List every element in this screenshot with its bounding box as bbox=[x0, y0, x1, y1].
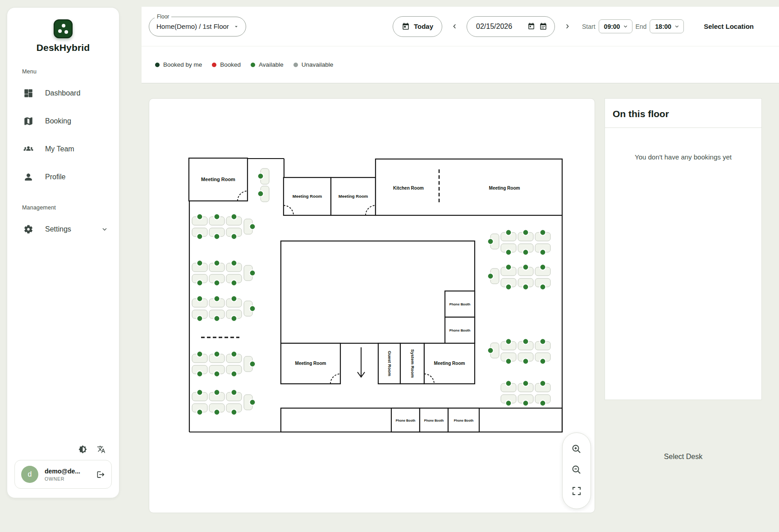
sidebar-item-dashboard[interactable]: Dashboard bbox=[7, 79, 119, 107]
zoom-out-button[interactable] bbox=[570, 464, 583, 477]
desk-availability-dot[interactable] bbox=[214, 371, 220, 377]
desk-availability-dot[interactable] bbox=[197, 234, 203, 240]
desk-availability-dot[interactable] bbox=[231, 390, 237, 396]
desk-availability-dot[interactable] bbox=[488, 239, 494, 245]
desk-availability-dot[interactable] bbox=[540, 284, 546, 290]
desk-availability-dot[interactable] bbox=[197, 214, 203, 220]
desk-availability-dot[interactable] bbox=[250, 306, 256, 312]
sidebar-item-label: Settings bbox=[45, 225, 71, 233]
language-icon[interactable] bbox=[97, 445, 105, 454]
desk-availability-dot[interactable] bbox=[231, 214, 237, 220]
desk-availability-dot[interactable] bbox=[214, 409, 220, 415]
date-input[interactable]: 02/15/2026 bbox=[467, 16, 555, 37]
desk-availability-dot[interactable] bbox=[540, 339, 546, 345]
desk-availability-dot[interactable] bbox=[506, 400, 512, 406]
floor-select[interactable]: Floor Home(Demo) / 1st Floor bbox=[149, 17, 246, 36]
room-label: Phone Booth bbox=[449, 302, 471, 306]
dark-mode-icon[interactable] bbox=[78, 445, 87, 454]
desk-availability-dot[interactable] bbox=[540, 264, 546, 270]
zoom-in-button[interactable] bbox=[570, 443, 583, 456]
desk-availability-dot[interactable] bbox=[523, 284, 529, 290]
start-time-select[interactable]: 09:00 bbox=[599, 19, 633, 33]
desk-availability-dot[interactable] bbox=[523, 250, 529, 255]
desk-availability-dot[interactable] bbox=[523, 400, 529, 406]
desk-availability-dot[interactable] bbox=[197, 390, 203, 396]
desk-availability-dot[interactable] bbox=[540, 230, 546, 236]
desk-availability-dot[interactable] bbox=[231, 234, 237, 240]
end-time-select[interactable]: 18:00 bbox=[650, 19, 684, 33]
desk-availability-dot[interactable] bbox=[540, 381, 546, 386]
desk-availability-dot[interactable] bbox=[197, 296, 203, 302]
user-card[interactable]: d demo@de... OWNER bbox=[14, 460, 112, 489]
desk-availability-dot[interactable] bbox=[523, 339, 529, 345]
desk-availability-dot[interactable] bbox=[231, 316, 237, 322]
desk-availability-dot[interactable] bbox=[506, 230, 512, 236]
next-day-button[interactable] bbox=[559, 19, 575, 34]
desk-availability-dot[interactable] bbox=[250, 400, 256, 405]
desk-availability-dot[interactable] bbox=[214, 296, 220, 302]
desk-availability-dot[interactable] bbox=[197, 371, 203, 377]
desk-availability-dot[interactable] bbox=[214, 316, 220, 322]
desk-availability-dot[interactable] bbox=[540, 359, 546, 364]
desk-availability-dot[interactable] bbox=[214, 280, 220, 286]
desk-availability-dot[interactable] bbox=[214, 351, 220, 357]
management-section-label: Management bbox=[22, 205, 119, 211]
desk-availability-dot[interactable] bbox=[488, 348, 494, 354]
available-dot bbox=[251, 63, 255, 67]
desk-availability-dot[interactable] bbox=[250, 224, 256, 230]
desk-availability-dot[interactable] bbox=[231, 351, 237, 357]
desk-availability-dot[interactable] bbox=[214, 260, 220, 266]
calendar-month-icon[interactable] bbox=[539, 23, 547, 31]
sidebar-item-profile[interactable]: Profile bbox=[7, 163, 119, 191]
user-email: demo@de... bbox=[45, 468, 80, 475]
desk-availability-dot[interactable] bbox=[197, 260, 203, 266]
previous-day-button[interactable] bbox=[447, 19, 462, 34]
desk-availability-dot[interactable] bbox=[488, 273, 494, 279]
floorplan-canvas[interactable]: Meeting RoomMeeting RoomMeeting RoomPhon… bbox=[149, 98, 595, 513]
select-location-button[interactable]: Select Location bbox=[704, 23, 754, 30]
sidebar-item-booking[interactable]: Booking bbox=[7, 107, 119, 135]
fullscreen-icon bbox=[571, 486, 582, 496]
fullscreen-button[interactable] bbox=[570, 485, 583, 499]
desk-availability-dot[interactable] bbox=[523, 359, 529, 364]
desk-availability-dot[interactable] bbox=[540, 250, 546, 255]
room-label: Meeting Room bbox=[489, 186, 520, 191]
desk-availability-dot[interactable] bbox=[250, 361, 256, 367]
desk-availability-dot[interactable] bbox=[506, 284, 512, 290]
today-button[interactable]: Today bbox=[393, 16, 442, 37]
desk-availability-dot[interactable] bbox=[523, 264, 529, 270]
desk-availability-dot[interactable] bbox=[231, 409, 237, 415]
desk-availability-dot[interactable] bbox=[540, 400, 546, 406]
desk-availability-dot[interactable] bbox=[250, 270, 256, 276]
desk-availability-dot[interactable] bbox=[197, 316, 203, 322]
zoom-in-icon bbox=[571, 444, 582, 455]
desk-availability-dot[interactable] bbox=[258, 173, 264, 179]
desk-availability-dot[interactable] bbox=[231, 280, 237, 286]
user-role-badge: OWNER bbox=[45, 476, 80, 482]
desk-availability-dot[interactable] bbox=[214, 390, 220, 396]
desk-availability-dot[interactable] bbox=[506, 250, 512, 255]
sidebar-item-my-team[interactable]: My Team bbox=[7, 135, 119, 163]
desk-availability-dot[interactable] bbox=[258, 191, 264, 197]
room-label: System Room bbox=[410, 349, 415, 377]
desk-availability-dot[interactable] bbox=[197, 409, 203, 415]
desk-availability-dot[interactable] bbox=[197, 280, 203, 286]
desk-availability-dot[interactable] bbox=[506, 339, 512, 345]
calendar-icon bbox=[527, 23, 535, 30]
sidebar-item-settings[interactable]: Settings bbox=[7, 215, 119, 243]
desk-availability-dot[interactable] bbox=[506, 264, 512, 270]
desk-availability-dot[interactable] bbox=[523, 230, 529, 236]
desk-availability-dot[interactable] bbox=[197, 351, 203, 357]
desk-availability-dot[interactable] bbox=[231, 260, 237, 266]
desk-availability-dot[interactable] bbox=[231, 371, 237, 377]
desk-availability-dot[interactable] bbox=[214, 214, 220, 220]
on-this-floor-panel: On this floor You don't have any booking… bbox=[605, 98, 762, 400]
gear-icon bbox=[23, 224, 33, 234]
logout-icon[interactable] bbox=[96, 470, 105, 479]
desk-availability-dot[interactable] bbox=[506, 359, 512, 364]
desk-availability-dot[interactable] bbox=[506, 381, 512, 386]
select-desk-hint: Select Desk bbox=[605, 453, 762, 461]
desk-availability-dot[interactable] bbox=[214, 234, 220, 240]
desk-availability-dot[interactable] bbox=[231, 296, 237, 302]
desk-availability-dot[interactable] bbox=[523, 381, 529, 386]
